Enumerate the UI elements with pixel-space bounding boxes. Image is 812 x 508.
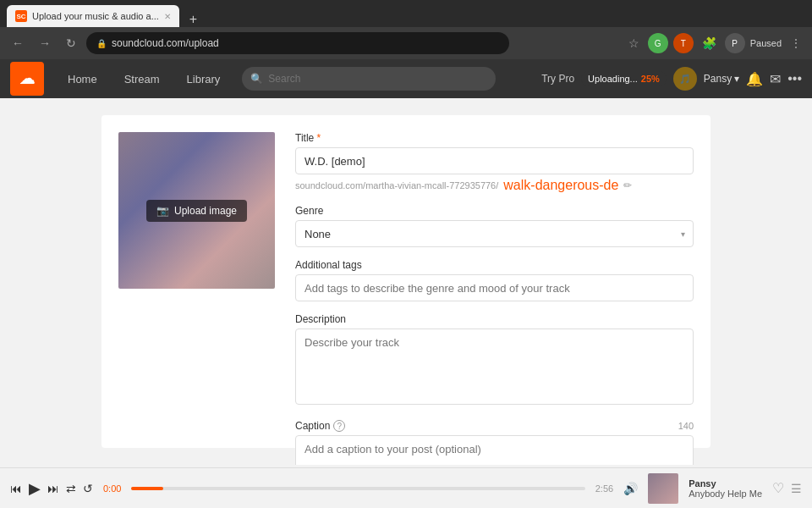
try-pro-button[interactable]: Try Pro [541,73,574,85]
active-tab[interactable]: SC Upload your music & audio a... ✕ [7,5,179,27]
progress-bar[interactable] [131,487,584,490]
url-row: soundcloud.com/martha-vivian-mcall-77293… [295,178,694,193]
more-options-button[interactable]: ⋮ [787,33,805,53]
volume-button[interactable]: 🔊 [623,482,638,495]
new-tab-button[interactable]: + [183,12,204,27]
soundcloud-logo[interactable]: ☁ [10,62,44,96]
main-content: 📷 Upload image Title * soundcloud.com/ma… [0,98,812,465]
user-avatar[interactable]: 🎵 [673,67,697,91]
player-thumbnail [648,473,678,504]
player-bar: ⏮ ▶ ⏭ ⇄ ↺ 0:00 2:56 🔊 Pansy Anybody Help… [0,467,812,508]
toolbar-right: ☆ G T 🧩 P Paused ⋮ [625,33,805,53]
edit-url-icon[interactable]: ✏ [623,179,632,191]
refresh-button[interactable]: ↻ [61,33,81,53]
description-group: Description [295,313,694,408]
shuffle-button[interactable]: ⇄ [66,482,76,495]
player-artist: Pansy [689,478,762,489]
genre-group: Genre None Alternative Rock Ambient Hip-… [295,205,694,247]
player-track-info: Pansy Anybody Help Me [689,478,762,499]
caption-char-count: 140 [678,421,694,431]
upload-form: 📷 Upload image Title * soundcloud.com/ma… [102,115,710,448]
playlist-button[interactable]: ☰ [791,482,802,495]
user-avatar-chrome: P [725,33,745,53]
browser-tabs-bar: SC Upload your music & audio a... ✕ + [0,0,812,27]
extensions-button[interactable]: 🧩 [699,33,720,53]
additional-tags-label: Additional tags [295,259,694,271]
username-label: Pansy [704,73,732,85]
additional-tags-input[interactable] [295,274,694,301]
messages-button[interactable]: ✉ [770,71,781,87]
upload-image-button[interactable]: 📷 Upload image [146,200,247,222]
notifications-button[interactable]: 🔔 [746,71,763,87]
user-menu-button[interactable]: Pansy ▾ [704,73,739,85]
back-button[interactable]: ← [7,33,29,53]
play-pause-button[interactable]: ▶ [29,479,41,498]
forward-button[interactable]: → [34,33,56,53]
genre-select[interactable]: None Alternative Rock Ambient Hip-hop & … [295,220,694,247]
current-time: 0:00 [103,483,121,494]
description-textarea[interactable] [295,329,694,405]
caption-header: Caption ? 140 [295,420,694,432]
player-thumb-image [648,473,678,504]
nav-right-section: Try Pro Uploading... 25% 🎵 Pansy ▾ 🔔 ✉ •… [541,67,802,91]
description-label: Description [295,313,694,325]
search-input[interactable] [268,73,487,85]
title-label: Title * [295,132,694,144]
url-base-text: soundcloud.com/martha-vivian-mcall-77293… [295,180,498,190]
bookmark-button[interactable]: ☆ [625,33,643,53]
user-dropdown-icon: ▾ [734,73,739,85]
nav-stream[interactable]: Stream [111,59,173,98]
tab-close-btn[interactable]: ✕ [164,12,171,21]
upload-image-label: Upload image [174,205,237,217]
player-song: Anybody Help Me [689,489,762,499]
uploading-label: Uploading... [588,74,638,84]
search-bar[interactable]: 🔍 [242,67,496,91]
player-right-controls: ♡ ☰ [772,480,802,496]
caption-help-icon[interactable]: ? [333,420,345,432]
title-group: Title * soundcloud.com/martha-vivian-mca… [295,132,694,193]
total-time: 2:56 [595,483,613,494]
lock-icon: 🔒 [96,39,107,48]
camera-icon: 📷 [156,205,169,217]
genre-label: Genre [295,205,694,217]
caption-textarea[interactable] [295,435,694,465]
required-indicator: * [317,132,321,144]
skip-forward-button[interactable]: ⏭ [47,482,59,495]
url-slug-text: walk-dangerous-de [503,178,618,193]
address-text: soundcloud.com/upload [112,37,219,49]
profile-icon-1: G [648,33,668,53]
player-controls: ⏮ ▶ ⏭ ⇄ ↺ [10,479,93,498]
genre-select-wrapper: None Alternative Rock Ambient Hip-hop & … [295,220,694,247]
nav-home[interactable]: Home [54,59,111,98]
form-section: Title * soundcloud.com/martha-vivian-mca… [295,132,694,431]
title-input[interactable] [295,147,694,174]
search-icon: 🔍 [250,73,263,85]
tab-title: Upload your music & audio a... [32,11,159,21]
caption-label: Caption [295,420,330,432]
browser-toolbar: ← → ↻ 🔒 soundcloud.com/upload ☆ G T 🧩 P … [0,27,812,59]
caption-group: Caption ? 140 [295,420,694,465]
skip-back-button[interactable]: ⏮ [10,482,22,495]
progress-fill [131,487,163,490]
image-preview: 📷 Upload image [118,132,275,289]
like-button[interactable]: ♡ [772,480,784,496]
uploading-percentage: 25% [641,74,660,84]
nav-library[interactable]: Library [173,59,234,98]
logo-icon: ☁ [19,69,35,88]
repeat-button[interactable]: ↺ [83,482,93,495]
address-bar[interactable]: 🔒 soundcloud.com/upload [86,32,509,54]
paused-badge: Paused [750,38,782,48]
nav-more-button[interactable]: ••• [787,71,802,86]
soundcloud-navbar: ☁ Home Stream Library 🔍 Try Pro Uploadin… [0,59,812,98]
image-section: 📷 Upload image [118,132,275,431]
additional-tags-group: Additional tags [295,259,694,301]
uploading-badge: Uploading... 25% [581,71,667,86]
tab-favicon: SC [15,10,27,22]
caption-label-row: Caption ? [295,420,345,432]
profile-icon-2: T [673,33,694,53]
